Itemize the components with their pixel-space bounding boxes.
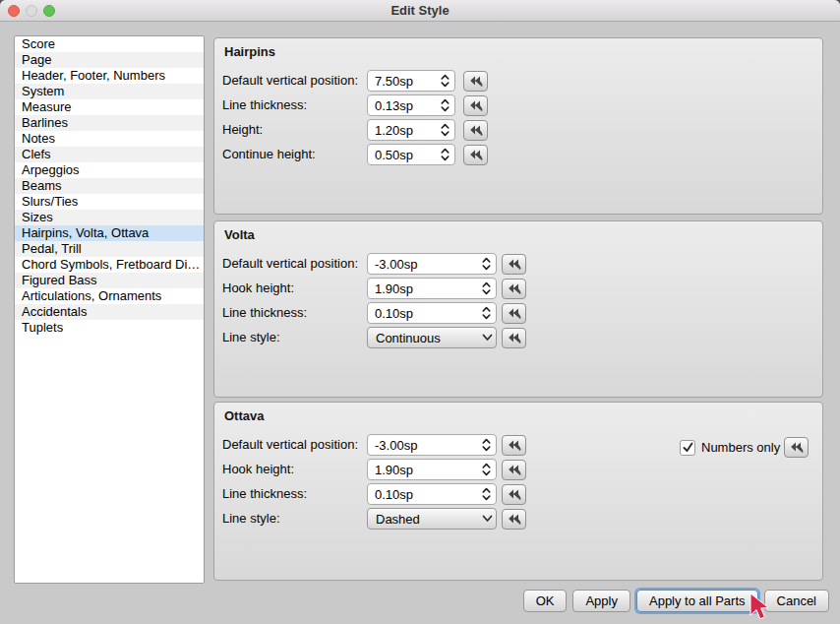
spinbox-hook-height[interactable]: 1.90sp bbox=[367, 278, 497, 299]
field-label: Height: bbox=[222, 119, 263, 141]
window-title: Edit Style bbox=[0, 0, 840, 22]
sidebar-item-slurs-ties[interactable]: Slurs/Ties bbox=[15, 194, 204, 210]
ok-button[interactable]: OK bbox=[523, 590, 568, 612]
sidebar-item-pedal-trill[interactable]: Pedal, Trill bbox=[15, 241, 204, 257]
ottava-groupbox: OttavaDefault vertical position:-3.00spH… bbox=[213, 402, 823, 581]
stepper-arrows-icon[interactable] bbox=[437, 73, 452, 89]
chevron-down-icon bbox=[478, 334, 496, 342]
field-label: Default vertical position: bbox=[222, 434, 358, 456]
spinbox-value: 0.10sp bbox=[368, 306, 478, 321]
field-label: Default vertical position: bbox=[222, 70, 358, 92]
apply-to-all-parts-button[interactable]: Apply to all Parts bbox=[636, 590, 758, 612]
titlebar: Edit Style bbox=[0, 0, 840, 22]
spinbox-continue-height[interactable]: 0.50sp bbox=[367, 144, 455, 165]
spinbox-value: -3.00sp bbox=[368, 438, 478, 453]
spinbox-value: 1.20sp bbox=[368, 123, 437, 138]
apply-button[interactable]: Apply bbox=[572, 590, 630, 612]
cancel-button[interactable]: Cancel bbox=[764, 590, 829, 612]
numbers-only-row: Numbers only bbox=[680, 437, 809, 458]
reset-to-default-button[interactable] bbox=[502, 328, 526, 348]
sidebar-item-tuplets[interactable]: Tuplets bbox=[15, 320, 204, 336]
sidebar-item-hairpins-volta-ottava[interactable]: Hairpins, Volta, Ottava bbox=[15, 225, 204, 241]
hairpins-groupbox: HairpinsDefault vertical position:7.50sp… bbox=[213, 37, 823, 215]
stepper-arrows-icon[interactable] bbox=[478, 305, 494, 321]
spinbox-value: 7.50sp bbox=[368, 74, 437, 89]
sidebar-item-header-footer-numbers[interactable]: Header, Footer, Numbers bbox=[15, 68, 204, 84]
reset-to-default-button[interactable] bbox=[463, 120, 488, 141]
sidebar-item-notes[interactable]: Notes bbox=[15, 131, 204, 147]
field-label: Hook height: bbox=[222, 278, 294, 299]
dropdown-selected-value: Continuous bbox=[368, 331, 478, 345]
spinbox-default-vertical-position[interactable]: -3.00sp bbox=[367, 253, 497, 275]
reset-to-default-button[interactable] bbox=[502, 303, 526, 324]
field-label: Line thickness: bbox=[222, 94, 307, 116]
reset-to-default-button[interactable] bbox=[502, 279, 526, 299]
stepper-arrows-icon[interactable] bbox=[478, 256, 494, 272]
sidebar-item-articulations-ornaments[interactable]: Articulations, Ornaments bbox=[15, 288, 204, 304]
reset-to-default-button[interactable] bbox=[463, 145, 488, 165]
field-label: Default vertical position: bbox=[222, 253, 358, 275]
chevron-down-icon bbox=[478, 515, 496, 523]
reset-to-default-button[interactable] bbox=[502, 435, 526, 456]
spinbox-value: 0.50sp bbox=[368, 148, 437, 162]
dropdown-selected-value: Dashed bbox=[368, 512, 478, 527]
sidebar-item-system[interactable]: System bbox=[15, 84, 204, 99]
stepper-arrows-icon[interactable] bbox=[478, 486, 494, 502]
spinbox-hook-height[interactable]: 1.90sp bbox=[367, 459, 497, 480]
reset-to-default-button[interactable] bbox=[502, 509, 526, 530]
field-label: Line style: bbox=[222, 508, 280, 530]
sidebar-item-clefs[interactable]: Clefs bbox=[15, 147, 204, 162]
sidebar-item-barlines[interactable]: Barlines bbox=[15, 115, 204, 131]
group-title: Hairpins bbox=[224, 44, 275, 59]
stepper-arrows-icon[interactable] bbox=[478, 462, 494, 477]
spinbox-value: -3.00sp bbox=[368, 257, 478, 272]
sidebar-item-measure[interactable]: Measure bbox=[15, 99, 204, 115]
sidebar-item-sizes[interactable]: Sizes bbox=[15, 210, 204, 225]
spinbox-line-thickness[interactable]: 0.13sp bbox=[367, 94, 455, 116]
stepper-arrows-icon[interactable] bbox=[437, 147, 452, 162]
reset-to-default-button[interactable] bbox=[463, 71, 488, 92]
spinbox-value: 0.10sp bbox=[368, 487, 478, 502]
stepper-arrows-icon[interactable] bbox=[478, 437, 494, 453]
reset-to-default-button[interactable] bbox=[463, 95, 488, 116]
spinbox-value: 1.90sp bbox=[368, 281, 478, 296]
sidebar-item-page[interactable]: Page bbox=[15, 52, 204, 68]
field-label: Continue height: bbox=[222, 144, 316, 165]
volta-groupbox: VoltaDefault vertical position:-3.00spHo… bbox=[213, 220, 823, 398]
reset-to-default-button[interactable] bbox=[502, 484, 526, 505]
reset-to-default-button[interactable] bbox=[784, 437, 809, 458]
dialog-button-row: OKApplyApply to all PartsCancel bbox=[523, 590, 829, 612]
spinbox-default-vertical-position[interactable]: 7.50sp bbox=[367, 70, 455, 92]
reset-to-default-button[interactable] bbox=[502, 460, 526, 480]
spinbox-value: 0.13sp bbox=[368, 98, 437, 113]
spinbox-value: 1.90sp bbox=[368, 463, 478, 477]
reset-to-default-button[interactable] bbox=[502, 254, 526, 275]
spinbox-height[interactable]: 1.20sp bbox=[367, 119, 455, 141]
group-title: Volta bbox=[224, 227, 255, 242]
spinbox-default-vertical-position[interactable]: -3.00sp bbox=[367, 434, 497, 456]
field-label: Line thickness: bbox=[222, 483, 307, 505]
stepper-arrows-icon[interactable] bbox=[437, 122, 452, 138]
checkbox-label: Numbers only bbox=[701, 440, 780, 455]
stepper-arrows-icon[interactable] bbox=[437, 97, 452, 113]
edit-style-dialog: Edit Style ScorePageHeader, Footer, Numb… bbox=[0, 0, 840, 624]
field-label: Line thickness: bbox=[222, 302, 307, 324]
sidebar-item-figured-bass[interactable]: Figured Bass bbox=[15, 273, 204, 288]
style-category-list: ScorePageHeader, Footer, NumbersSystemMe… bbox=[14, 35, 205, 584]
spinbox-line-thickness[interactable]: 0.10sp bbox=[367, 483, 497, 505]
numbers-only-checkbox[interactable] bbox=[680, 440, 695, 456]
sidebar-item-arpeggios[interactable]: Arpeggios bbox=[15, 162, 204, 178]
sidebar-item-score[interactable]: Score bbox=[15, 36, 204, 52]
line-style-dropdown[interactable]: Dashed bbox=[367, 508, 497, 530]
sidebar-item-accidentals[interactable]: Accidentals bbox=[15, 304, 204, 320]
sidebar-item-beams[interactable]: Beams bbox=[15, 178, 204, 194]
group-title: Ottava bbox=[224, 408, 264, 423]
field-label: Hook height: bbox=[222, 459, 294, 480]
sidebar-item-chord-symbols-fretboard-di[interactable]: Chord Symbols, Fretboard Di… bbox=[15, 257, 204, 273]
line-style-dropdown[interactable]: Continuous bbox=[367, 327, 497, 348]
stepper-arrows-icon[interactable] bbox=[478, 281, 494, 296]
spinbox-line-thickness[interactable]: 0.10sp bbox=[367, 302, 497, 324]
field-label: Line style: bbox=[222, 327, 280, 348]
